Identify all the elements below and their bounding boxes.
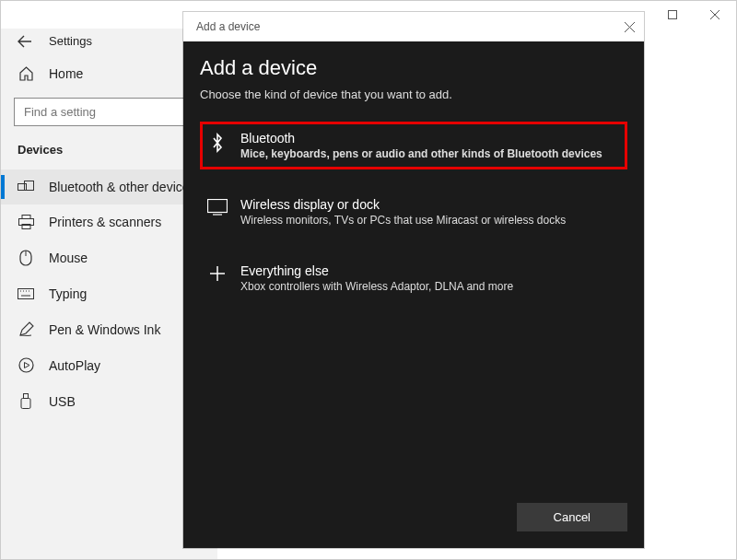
svg-point-17 [19,358,33,372]
dialog-subtext: Choose the kind of device that you want … [200,88,627,101]
device-option-title: Everything else [240,263,513,278]
settings-title: Settings [49,34,92,48]
bluetooth-icon [207,131,228,153]
svg-rect-19 [21,399,30,409]
device-option-desc: Mice, keyboards, pens or audio and other… [240,147,602,160]
autoplay-icon [18,357,34,373]
svg-rect-22 [208,200,228,213]
cancel-button[interactable]: Cancel [517,503,627,531]
device-option-bluetooth[interactable]: Bluetooth Mice, keyboards, pens or audio… [200,122,627,169]
back-arrow-icon[interactable] [18,35,32,48]
device-option-title: Wireless display or dock [240,197,566,212]
dialog-title-text: Add a device [196,20,260,33]
search-input[interactable] [14,98,205,126]
dialog-titlebar: Add a device [183,12,644,41]
sidebar-item-label: Mouse [49,251,88,265]
plus-icon [207,263,228,282]
maximize-button[interactable] [651,1,694,29]
search-box [14,98,205,126]
svg-rect-11 [18,289,34,299]
bluetooth-devices-icon [18,181,34,193]
device-option-everything-else[interactable]: Everything else Xbox controllers with Wi… [200,254,627,302]
add-device-dialog: Add a device Add a device Choose the kin… [183,12,644,548]
mouse-icon [18,250,34,266]
home-icon [18,66,34,81]
dialog-heading: Add a device [200,56,627,80]
sidebar-item-label: USB [49,394,76,409]
device-option-wireless-display[interactable]: Wireless display or dock Wireless monito… [200,188,627,236]
sidebar-item-label: Printers & scanners [49,215,161,229]
sidebar-item-label: AutoPlay [49,358,100,373]
close-button[interactable] [694,1,736,29]
device-option-title: Bluetooth [240,131,602,146]
display-icon [207,197,228,216]
home-label: Home [49,66,83,81]
svg-rect-6 [22,216,30,219]
device-option-desc: Wireless monitors, TVs or PCs that use M… [240,214,566,227]
svg-rect-18 [24,394,29,399]
sidebar-item-label: Pen & Windows Ink [49,322,160,337]
usb-icon [18,393,34,410]
sidebar-item-label: Typing [49,286,87,301]
svg-rect-1 [669,11,677,19]
svg-rect-4 [18,184,27,191]
sidebar-item-label: Bluetooth & other devices [49,180,196,194]
device-option-desc: Xbox controllers with Wireless Adaptor, … [240,280,513,293]
dialog-close-button[interactable] [625,22,635,32]
printer-icon [18,215,34,229]
pen-icon [18,321,34,337]
keyboard-icon [18,288,34,299]
